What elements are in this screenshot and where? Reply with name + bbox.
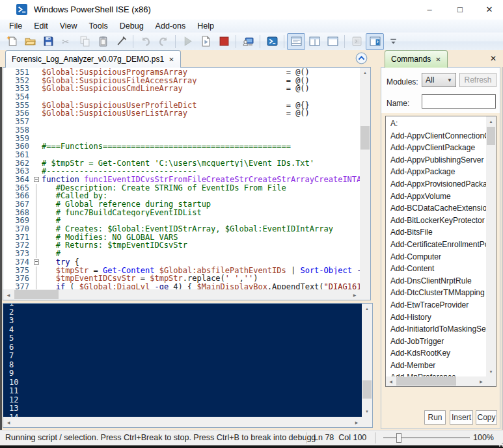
modules-dropdown[interactable]: All ▼	[422, 73, 456, 87]
command-list-vscroll-thumb[interactable]	[487, 127, 495, 145]
command-list-item[interactable]: Add-AppxVolume	[386, 191, 486, 203]
command-list-item[interactable]: Add-History	[386, 311, 486, 324]
scroll-left-icon[interactable]: ◀	[3, 417, 14, 427]
scroll-right-icon[interactable]: ▶	[351, 417, 362, 427]
fold-collapse-icon[interactable]	[34, 177, 39, 182]
command-list-item[interactable]: Add-BCDataCacheExtension	[386, 202, 486, 215]
resize-grip-icon[interactable]	[499, 445, 500, 447]
console-horizontal-scrollbar[interactable]: ◀ ▶	[3, 417, 362, 427]
scroll-left-icon[interactable]: ◀	[386, 376, 396, 386]
command-list-item[interactable]: Add-DtcClusterTMMapping	[386, 287, 486, 299]
commands-tab-close-icon[interactable]: ✕	[435, 56, 441, 63]
command-list-item[interactable]: Add-AppxPackage	[386, 166, 486, 178]
command-list-item[interactable]: Add-Member	[386, 360, 486, 372]
scroll-left-icon[interactable]: ◀	[3, 289, 14, 300]
command-list-vscrollbar[interactable]: ▲ ▼	[486, 116, 496, 376]
paste-button[interactable]	[94, 33, 112, 50]
editor-vscroll-thumb[interactable]	[360, 126, 370, 150]
console-pane[interactable]: 1234567891011121314 ▲ ▼ ◀ ▶	[3, 303, 373, 428]
scroll-down-icon[interactable]: ▼	[486, 367, 496, 376]
command-list-hscrollbar[interactable]: ◀ ▶	[386, 376, 486, 386]
insert-button[interactable]: Insert	[450, 410, 473, 425]
editor-line: 367 # Global reference during startup	[3, 200, 360, 209]
command-list-hscroll-thumb[interactable]	[396, 377, 456, 386]
scroll-up-icon[interactable]: ▲	[360, 68, 370, 78]
undo-button[interactable]	[136, 33, 154, 50]
script-tab[interactable]: Forensic_Log_Analyzer_v0.07g_DEMO.ps1 ✕	[5, 50, 181, 68]
maximize-button[interactable]: □	[450, 3, 470, 17]
command-list-item[interactable]: Add-InitiatorIdToMaskingSet	[386, 323, 486, 336]
fold-collapse-icon[interactable]	[34, 259, 39, 265]
command-list-item[interactable]: Add-AppvClientPackage	[386, 142, 486, 154]
redo-button[interactable]	[154, 33, 172, 50]
cut-button[interactable]: ✂	[57, 33, 75, 50]
console-vertical-scrollbar[interactable]: ▲ ▼	[362, 304, 372, 417]
copy-button[interactable]	[75, 33, 94, 50]
command-list-item[interactable]: Add-DnsClientNrptRule	[386, 275, 486, 287]
command-list-item[interactable]: Add-EtwTraceProvider	[386, 299, 486, 311]
show-script-pane-top-button[interactable]	[287, 33, 305, 50]
show-script-pane-right-button[interactable]	[305, 33, 323, 50]
command-list-item[interactable]: Add-Content	[386, 263, 486, 275]
fold-margin	[33, 250, 42, 258]
editor-horizontal-scrollbar[interactable]: ◀ ▶	[3, 289, 360, 300]
show-addon-pane-button[interactable]	[366, 33, 384, 50]
zoom-slider-thumb[interactable]	[396, 433, 401, 443]
stop-operation-button[interactable]	[215, 33, 233, 50]
toolbar-overflow-button[interactable]	[384, 33, 402, 50]
script-editor-pane[interactable]: 351$Global:SuspiciousProgramsArray = @()…	[3, 67, 371, 300]
close-button[interactable]: ✕	[480, 3, 499, 17]
menu-item-edit[interactable]: Edit	[28, 20, 54, 33]
command-list-item[interactable]: A:	[386, 118, 486, 130]
minimize-button[interactable]: –	[420, 3, 439, 17]
scroll-down-icon[interactable]: ▼	[362, 406, 372, 417]
command-list-item[interactable]: Add-AppvClientConnectionGro	[386, 130, 486, 142]
collapse-editor-icon[interactable]	[355, 52, 368, 64]
editor-line: 370 # Creates: $Global:EventIDStrArray, …	[3, 225, 360, 233]
clear-output-button[interactable]	[112, 33, 130, 50]
menu-item-view[interactable]: View	[54, 20, 83, 33]
start-powershell-exe-button[interactable]	[263, 33, 281, 50]
scroll-right-icon[interactable]: ▶	[349, 289, 360, 300]
command-list-item[interactable]: Add-BitsFile	[386, 226, 486, 239]
fold-margin	[33, 274, 42, 283]
command-list[interactable]: A:Add-AppvClientConnectionGroAdd-AppvCli…	[385, 116, 496, 387]
console-vscroll-thumb[interactable]	[362, 380, 372, 399]
run-button[interactable]: Run	[424, 410, 446, 425]
menu-item-help[interactable]: Help	[191, 20, 220, 33]
command-list-item[interactable]: Add-KdsRootKey	[386, 347, 486, 360]
commands-tab[interactable]: Commands ✕	[385, 50, 448, 68]
command-list-item[interactable]: Add-CertificateEnrollmentPolic	[386, 239, 486, 251]
scroll-right-icon[interactable]: ▶	[476, 376, 486, 386]
save-script-button[interactable]	[39, 33, 57, 50]
addon-pane-close-icon[interactable]: ✕	[488, 53, 498, 64]
line-number: 358	[3, 126, 33, 135]
command-list-item[interactable]: Add-BitLockerKeyProtector	[386, 215, 486, 227]
scroll-up-icon[interactable]: ▲	[486, 116, 496, 126]
command-list-item[interactable]: Add-Computer	[386, 251, 486, 263]
run-script-button[interactable]	[178, 33, 197, 50]
command-list-item[interactable]: Add-AppvPublishingServer	[386, 154, 486, 166]
refresh-button[interactable]: Refresh	[459, 73, 496, 87]
new-remote-powershell-tab-button[interactable]	[239, 33, 257, 50]
command-list-item[interactable]: Add-JobTrigger	[386, 336, 486, 348]
new-script-button[interactable]	[3, 33, 21, 50]
menu-item-add-ons[interactable]: Add-ons	[150, 20, 192, 33]
scroll-up-icon[interactable]: ▲	[362, 304, 372, 314]
menu-item-file[interactable]: File	[3, 20, 28, 33]
code-text	[42, 126, 360, 135]
copy-button[interactable]: Copy	[476, 410, 497, 425]
console-output-line: 2	[9, 308, 18, 317]
script-tab-close-icon[interactable]: ✕	[169, 56, 174, 63]
command-list-item[interactable]: Add-MpPreference	[386, 371, 486, 376]
name-input[interactable]	[422, 94, 496, 109]
menu-item-debug[interactable]: Debug	[114, 20, 150, 33]
command-list-item[interactable]: Add-AppxProvisionedPackage	[386, 178, 486, 191]
script-pane-addon-button[interactable]	[347, 33, 366, 50]
editor-hscroll-thumb[interactable]	[14, 290, 59, 299]
menu-item-tools[interactable]: Tools	[83, 20, 114, 33]
open-script-button[interactable]	[21, 33, 39, 50]
editor-vertical-scrollbar[interactable]: ▲	[360, 68, 370, 289]
show-script-pane-maximized-button[interactable]	[323, 33, 342, 50]
run-selection-button[interactable]	[197, 33, 215, 50]
